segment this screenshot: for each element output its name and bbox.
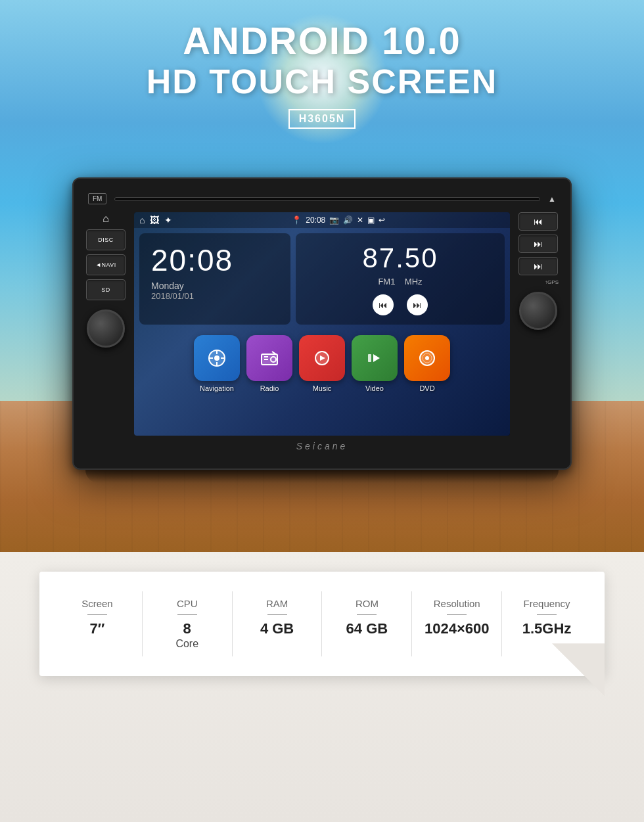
main-widgets: 20:08 Monday 2018/01/01 87.50 FM1 MHz — [134, 228, 510, 330]
screen-content: ⌂ 🖼 ✦ 📍 20:08 📷 🔊 ✕ ▣ ↩ — [134, 212, 510, 436]
specs-section: Screen 7″ CPU 8 Core RAM 4 GB ROM 64 GB — [39, 572, 605, 676]
music-app-icon — [299, 335, 345, 381]
spec-screen: Screen 7″ — [53, 591, 143, 656]
status-center: 📍 20:08 📷 🔊 ✕ ▣ ↩ — [292, 216, 385, 225]
spec-cpu-label: CPU — [177, 598, 198, 609]
spec-screen-label: Screen — [81, 598, 113, 609]
app-music[interactable]: Music — [299, 335, 345, 392]
radio-unit: MHz — [405, 277, 423, 286]
home-status-icon: ⌂ — [139, 215, 145, 225]
app-radio[interactable]: Radio — [246, 335, 292, 392]
device-body: ⌂ DISC ◄NAVI SD ⌂ 🖼 ✦ — [83, 212, 561, 436]
spec-rom-label: ROM — [356, 598, 379, 609]
camera-icon: 📷 — [329, 216, 339, 225]
app-dvd[interactable]: DVD — [404, 335, 450, 392]
radio-frequency: 87.50 — [362, 242, 438, 274]
cd-slot — [114, 197, 540, 201]
navi-button[interactable]: ◄NAVI — [86, 254, 126, 275]
svg-marker-13 — [373, 354, 380, 362]
spec-ram: RAM 4 GB — [233, 591, 323, 656]
fast-forward-button[interactable]: ⏭ — [518, 235, 558, 253]
skip-next-button[interactable]: ⏭ — [518, 257, 558, 275]
android-screen: ⌂ 🖼 ✦ 📍 20:08 📷 🔊 ✕ ▣ ↩ — [134, 212, 510, 436]
spec-frequency-value: 1.5GHz — [522, 620, 572, 637]
svg-rect-6 — [262, 354, 277, 365]
clock-date: 2018/01/01 — [151, 291, 279, 301]
spec-resolution-label: Resolution — [434, 598, 480, 609]
radio-controls: ⏮ ⏭ — [373, 294, 428, 315]
status-time: 20:08 — [306, 216, 325, 225]
specs-grid: Screen 7″ CPU 8 Core RAM 4 GB ROM 64 GB — [53, 591, 591, 656]
dvd-label: DVD — [419, 384, 434, 392]
sd-button[interactable]: SD — [86, 279, 126, 300]
radio-prev-button[interactable]: ⏮ — [373, 294, 394, 315]
status-bar: ⌂ 🖼 ✦ 📍 20:08 📷 🔊 ✕ ▣ ↩ — [134, 212, 510, 228]
radio-label: Radio — [260, 384, 279, 392]
device-chassis: FM ▲ ⌂ DISC ◄NAVI SD ⌂ — [72, 177, 572, 470]
right-controls: ⏮ ⏭ ⏭ ↑GPS — [515, 212, 561, 436]
spec-cpu: CPU 8 Core — [143, 591, 233, 656]
svg-rect-14 — [368, 354, 371, 362]
dvd-app-icon — [404, 335, 450, 381]
svg-point-16 — [425, 356, 429, 360]
clock-widget: 20:08 Monday 2018/01/01 — [139, 233, 290, 325]
spec-rom: ROM 64 GB — [322, 591, 412, 656]
radio-band: FM1 — [378, 277, 395, 286]
spec-ram-label: RAM — [266, 598, 288, 609]
back-icon: ↩ — [379, 216, 385, 225]
home-icon[interactable]: ⌂ — [95, 212, 116, 225]
header-title-line1: ANDROID 10.0 — [0, 20, 644, 62]
signal-status-icon: ✦ — [164, 215, 172, 225]
radio-app-icon — [246, 335, 292, 381]
spec-divider — [537, 614, 557, 615]
navigation-label: Navigation — [200, 384, 234, 392]
left-volume-knob[interactable] — [87, 309, 125, 348]
spec-divider — [177, 614, 197, 615]
radio-next-button[interactable]: ⏭ — [407, 294, 428, 315]
header-section: ANDROID 10.0 HD TOUCH SCREEN H3605N — [0, 20, 644, 129]
video-label: Video — [365, 384, 384, 392]
spec-screen-value: 7″ — [90, 620, 105, 637]
app-navigation[interactable]: Navigation — [194, 335, 240, 392]
clock-day: Monday — [151, 281, 279, 291]
model-badge: H3605N — [288, 109, 356, 129]
spec-rom-value: 64 GB — [346, 620, 388, 637]
skip-prev-button[interactable]: ⏮ — [518, 212, 558, 231]
fm-label: FM — [88, 193, 106, 204]
eject-icon[interactable]: ▲ — [548, 194, 556, 204]
spec-divider — [357, 614, 377, 615]
car-stereo-device: FM ▲ ⌂ DISC ◄NAVI SD ⌂ — [72, 177, 572, 483]
window-icon: ▣ — [367, 216, 375, 225]
app-grid: Navigation — [134, 330, 510, 398]
spec-ram-value: 4 GB — [260, 620, 294, 637]
clock-time: 20:08 — [151, 242, 279, 278]
disc-button[interactable]: DISC — [86, 229, 126, 250]
music-label: Music — [313, 384, 332, 392]
spec-frequency: Frequency 1.5GHz — [502, 591, 591, 656]
right-volume-knob[interactable] — [519, 292, 557, 330]
volume-icon: 🔊 — [343, 216, 353, 225]
status-left: ⌂ 🖼 ✦ — [139, 215, 172, 225]
spec-divider — [87, 614, 107, 615]
device-top-bar: FM ▲ — [83, 191, 561, 207]
device-shadow — [85, 470, 559, 483]
close-icon: ✕ — [357, 216, 363, 225]
svg-point-1 — [214, 355, 219, 361]
gps-label: ↑GPS — [545, 279, 561, 285]
location-icon: 📍 — [292, 216, 302, 225]
header-title-line2: HD TOUCH SCREEN — [0, 62, 644, 101]
navigation-icon — [194, 335, 240, 381]
spec-cpu-value: 8 — [183, 620, 191, 637]
spec-resolution-value: 1024×600 — [425, 620, 490, 637]
image-status-icon: 🖼 — [150, 215, 159, 225]
spec-divider — [447, 614, 467, 615]
spec-frequency-label: Frequency — [524, 598, 570, 609]
radio-info: FM1 MHz — [378, 277, 422, 286]
radio-widget: 87.50 FM1 MHz ⏮ ⏭ — [296, 233, 505, 325]
brand-name: Seicane — [83, 436, 561, 454]
spec-resolution: Resolution 1024×600 — [412, 591, 502, 656]
app-video[interactable]: Video — [352, 335, 398, 392]
video-app-icon — [352, 335, 398, 381]
spec-divider — [267, 614, 287, 615]
spec-cpu-sub: Core — [175, 637, 198, 650]
